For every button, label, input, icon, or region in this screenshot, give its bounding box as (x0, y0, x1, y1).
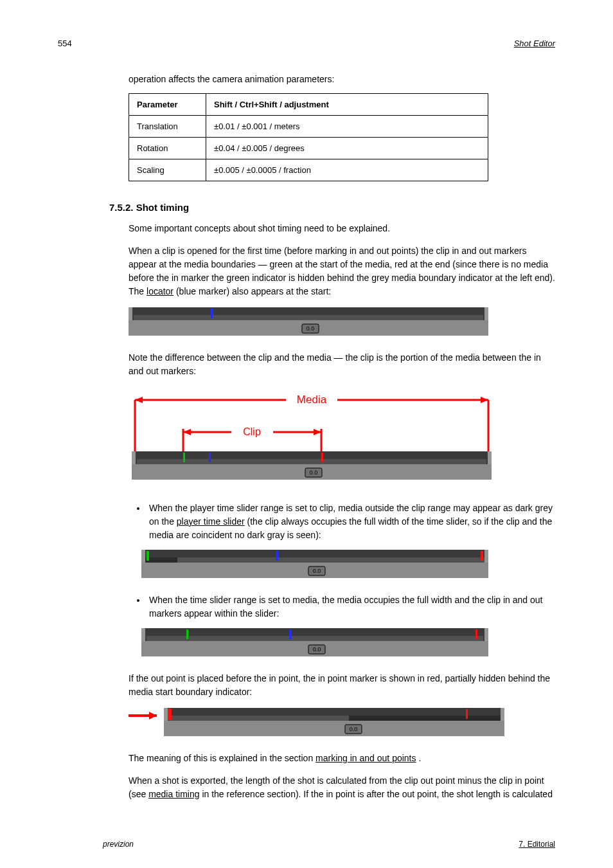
figure-range-media: 0.0 (141, 628, 555, 660)
text: in the reference section). If the in poi… (202, 789, 553, 799)
parameter-table: Parameter Shift / Ctrl+Shift / adjustmen… (129, 93, 488, 181)
svg-rect-53 (501, 708, 504, 721)
svg-rect-20 (137, 459, 486, 464)
inline-link[interactable]: locator (147, 286, 173, 296)
table-header-parameter: Parameter (129, 94, 206, 116)
svg-rect-35 (276, 551, 278, 561)
svg-rect-44 (475, 629, 477, 639)
figure-slider-initial: 0.0 (129, 307, 555, 339)
svg-rect-54 (168, 709, 172, 720)
table-row: Translation ±0.01 / ±0.001 / meters (129, 116, 488, 138)
svg-rect-34 (481, 551, 483, 561)
svg-rect-2 (129, 307, 132, 320)
list-item: When the time slider range is set to med… (147, 593, 555, 620)
inline-link[interactable]: media timing (148, 789, 199, 799)
page-number: 554 (58, 39, 72, 48)
paragraph: When a shot is exported, the length of t… (129, 774, 555, 801)
svg-marker-15 (183, 429, 191, 435)
paragraph: Note the difference between the clip and… (129, 351, 555, 378)
figure-in-after-out: 0.0 (129, 708, 555, 740)
svg-rect-40 (141, 628, 145, 641)
svg-rect-32 (484, 550, 488, 563)
figure-media-vs-clip: Media Clip 0.0 (129, 387, 555, 490)
paragraph: Some important concepts about shot timin… (129, 222, 555, 235)
svg-rect-39 (147, 636, 483, 641)
page-header-title: Shot Editor (514, 39, 555, 48)
paragraph: If the out point is placed before the in… (129, 672, 555, 699)
text: . (418, 753, 421, 763)
svg-rect-31 (141, 550, 145, 563)
footer-chapter: 7. Editorial (519, 840, 555, 849)
paragraph: The meaning of this is explained in the … (129, 752, 555, 765)
inline-link[interactable]: marking in and out points (315, 753, 416, 763)
svg-rect-4 (211, 309, 213, 318)
svg-rect-50 (169, 716, 349, 721)
timecode-label: 0.0 (306, 325, 315, 332)
svg-marker-11 (135, 397, 143, 403)
svg-rect-1 (134, 315, 483, 320)
text: (blue marker) also appears at the start: (176, 286, 331, 296)
timecode-label: 0.0 (313, 646, 321, 653)
list-item: When the player time slider range is set… (147, 502, 555, 542)
svg-rect-25 (321, 453, 323, 462)
inline-link[interactable]: player time slider (177, 516, 245, 527)
table-row: Rotation ±0.04 / ±0.005 / degrees (129, 138, 488, 159)
figure-range-clip: 0.0 (141, 550, 555, 582)
paragraph: When a clip is opened for the first time… (129, 244, 555, 298)
cell-value: ±0.01 / ±0.001 / meters (206, 116, 488, 138)
svg-rect-3 (484, 307, 488, 320)
svg-rect-29 (145, 557, 177, 563)
svg-rect-41 (484, 628, 488, 641)
timecode-label: 0.0 (313, 568, 321, 574)
svg-rect-23 (183, 453, 185, 462)
svg-marker-12 (481, 397, 488, 403)
svg-rect-22 (488, 451, 492, 464)
svg-rect-51 (349, 716, 501, 721)
cell-value: ±0.005 / ±0.0005 / fraction (206, 159, 488, 181)
svg-rect-56 (164, 721, 504, 736)
cell-value: ±0.04 / ±0.005 / degrees (206, 138, 488, 159)
footer-product: previzion (103, 840, 134, 849)
cell-param: Rotation (129, 138, 206, 159)
svg-rect-21 (132, 451, 136, 464)
svg-marker-48 (149, 712, 157, 719)
svg-rect-24 (209, 453, 211, 462)
cell-param: Scaling (129, 159, 206, 181)
lead-paragraph: operation affects the camera animation p… (129, 74, 555, 84)
svg-rect-33 (147, 551, 149, 561)
svg-rect-30 (177, 557, 484, 563)
timecode-label: 0.0 (350, 726, 358, 732)
table-header-adjust: Shift / Ctrl+Shift / adjustment (206, 94, 488, 116)
text: The meaning of this is explained in the … (129, 753, 315, 763)
svg-rect-42 (186, 629, 188, 639)
timecode-label: 0.0 (310, 469, 318, 476)
media-label: Media (297, 393, 327, 406)
svg-rect-43 (289, 629, 291, 639)
svg-rect-55 (466, 709, 468, 719)
table-row: Scaling ±0.005 / ±0.0005 / fraction (129, 159, 488, 181)
cell-param: Translation (129, 116, 206, 138)
clip-label: Clip (243, 426, 261, 437)
section-heading: 7.5.2. Shot timing (109, 202, 555, 213)
svg-marker-16 (314, 429, 321, 435)
svg-rect-52 (164, 708, 168, 721)
